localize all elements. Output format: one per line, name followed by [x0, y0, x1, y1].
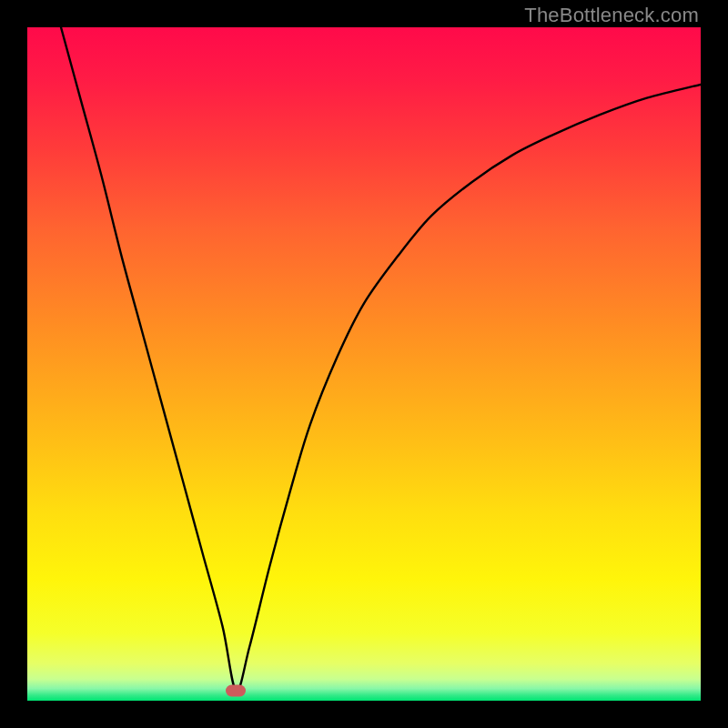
chart-background-gradient — [27, 27, 701, 701]
chart-frame — [27, 27, 701, 701]
optimal-point-marker — [226, 684, 246, 696]
bottleneck-chart — [27, 27, 701, 701]
watermark-text: TheBottleneck.com — [524, 4, 699, 27]
